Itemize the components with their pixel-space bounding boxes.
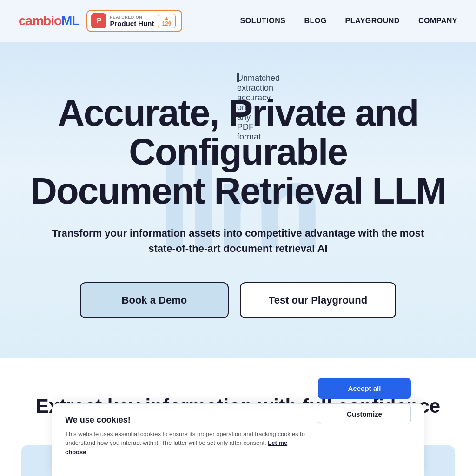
navbar: cambioML P FEATURED ON Product Hunt ▲ 12… — [0, 0, 476, 42]
hero-cta-buttons: Book a Demo Test our Playground — [19, 282, 457, 318]
nav-playground[interactable]: PLAYGROUND — [345, 17, 400, 25]
nav-links: SOLUTIONS BLOG PLAYGROUND COMPANY — [240, 17, 457, 25]
upvote-arrow-icon: ▲ — [165, 15, 169, 20]
cookie-description: This website uses essential cookies to e… — [65, 430, 307, 457]
nav-company[interactable]: COMPANY — [418, 17, 457, 25]
ph-icon: P — [91, 13, 106, 28]
cookie-banner: We use cookies! This website uses essent… — [52, 403, 424, 476]
customize-button[interactable]: Customize — [318, 403, 411, 424]
accept-all-button[interactable]: Accept all — [318, 378, 411, 399]
cookie-text-area: We use cookies! This website uses essent… — [65, 415, 307, 465]
hero-subtitle: Transform your information assets into c… — [47, 225, 429, 256]
test-playground-button[interactable]: Test our Playground — [240, 282, 396, 318]
ph-text: FEATURED ON Product Hunt — [110, 15, 154, 27]
hero-tagline: Unmatched extraction accuracy on any PDF… — [19, 73, 457, 82]
book-demo-button[interactable]: Book a Demo — [80, 282, 229, 318]
hero-title: Accurate, Private and Configurable Docum… — [19, 93, 457, 211]
cookie-action-buttons: Accept all Customize — [318, 378, 411, 465]
ph-upvote-button[interactable]: ▲ 129 — [158, 14, 175, 28]
cursor-blink — [238, 73, 239, 82]
upvote-count: 129 — [162, 20, 171, 27]
ph-featured-label: FEATURED ON — [110, 15, 154, 20]
hero-section: llm Unmatched extraction accuracy on any… — [0, 42, 476, 358]
hero-content: Unmatched extraction accuracy on any PDF… — [19, 73, 457, 318]
nav-blog[interactable]: BLOG — [304, 17, 326, 25]
logo[interactable]: cambioML — [19, 13, 79, 28]
nav-solutions[interactable]: SOLUTIONS — [240, 17, 286, 25]
logo-ml: ML — [61, 13, 79, 28]
logo-area: cambioML P FEATURED ON Product Hunt ▲ 12… — [19, 10, 182, 32]
ph-product-hunt-label: Product Hunt — [110, 20, 154, 27]
logo-text: cambio — [19, 13, 61, 28]
cookie-title: We use cookies! — [65, 415, 307, 425]
product-hunt-badge[interactable]: P FEATURED ON Product Hunt ▲ 129 — [86, 10, 182, 32]
